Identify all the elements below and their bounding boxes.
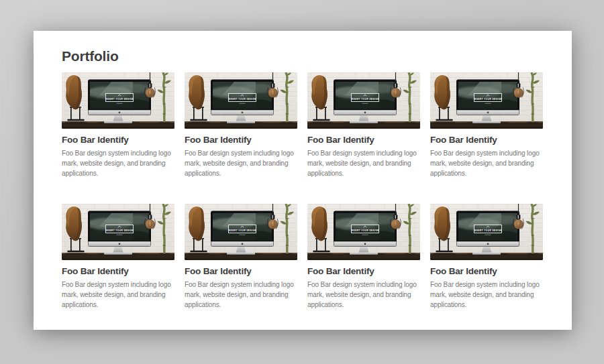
page-title: Portfolio: [62, 49, 119, 64]
portfolio-item-title[interactable]: Foo Bar Identify: [185, 135, 297, 145]
thumbnail-image: [430, 72, 543, 129]
imac-desk-mockup-photo[interactable]: [307, 204, 420, 260]
portfolio-item-title[interactable]: Foo Bar Identify: [307, 266, 420, 277]
portfolio-item-title[interactable]: Foo Bar Identify: [430, 266, 543, 277]
portfolio-item-title[interactable]: Foo Bar Identify: [185, 266, 297, 277]
portfolio-item: Foo Bar Identify Foo Bar design system i…: [62, 72, 174, 178]
imac-desk-mockup-photo[interactable]: [430, 72, 543, 129]
thumbnail-image: [430, 204, 543, 260]
portfolio-item: Foo Bar Identify Foo Bar design system i…: [185, 72, 297, 178]
portfolio-item-description: Foo Bar design system including logo mar…: [62, 280, 174, 310]
portfolio-item-title[interactable]: Foo Bar Identify: [307, 135, 420, 145]
imac-desk-mockup-photo[interactable]: [62, 72, 174, 129]
portfolio-item-description: Foo Bar design system including logo mar…: [430, 148, 543, 178]
portfolio-item: Foo Bar Identify Foo Bar design system i…: [62, 204, 174, 310]
portfolio-item-title[interactable]: Foo Bar Identify: [62, 135, 174, 145]
portfolio-item: Foo Bar Identify Foo Bar design system i…: [185, 204, 297, 310]
thumbnail-image: [185, 204, 297, 260]
imac-desk-mockup-photo[interactable]: [185, 72, 297, 129]
thumbnail-image: [307, 204, 420, 260]
imac-desk-mockup-photo[interactable]: [430, 204, 543, 260]
portfolio-item-description: Foo Bar design system including logo mar…: [62, 148, 174, 178]
portfolio-item-title[interactable]: Foo Bar Identify: [430, 135, 543, 145]
thumbnail-image: [62, 204, 174, 260]
portfolio-item-description: Foo Bar design system including logo mar…: [430, 280, 543, 310]
portfolio-item-title[interactable]: Foo Bar Identify: [62, 266, 174, 277]
thumbnail-image: [62, 72, 174, 129]
portfolio-item: Foo Bar Identify Foo Bar design system i…: [307, 72, 420, 178]
portfolio-item: Foo Bar Identify Foo Bar design system i…: [430, 72, 543, 178]
portfolio-item: Foo Bar Identify Foo Bar design system i…: [430, 204, 543, 310]
content-card: Portfolio Foo Bar Identify Foo Bar desig…: [34, 31, 572, 330]
portfolio-item-description: Foo Bar design system including logo mar…: [185, 148, 297, 178]
portfolio-item-description: Foo Bar design system including logo mar…: [307, 148, 420, 178]
portfolio-grid: Foo Bar Identify Foo Bar design system i…: [62, 72, 543, 310]
imac-desk-mockup-photo[interactable]: [62, 204, 174, 260]
portfolio-item-description: Foo Bar design system including logo mar…: [185, 280, 297, 310]
imac-desk-mockup-photo[interactable]: [307, 72, 420, 129]
portfolio-item: Foo Bar Identify Foo Bar design system i…: [307, 204, 420, 310]
thumbnail-image: [307, 72, 420, 129]
thumbnail-image: [185, 72, 297, 129]
imac-desk-mockup-photo[interactable]: [185, 204, 297, 260]
portfolio-item-description: Foo Bar design system including logo mar…: [307, 280, 420, 310]
